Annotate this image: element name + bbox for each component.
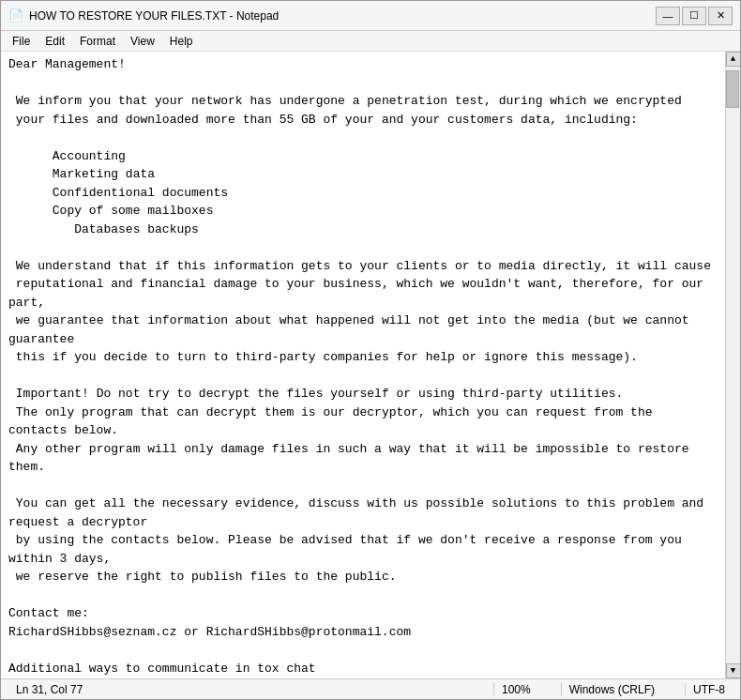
scroll-up-button[interactable]: ▲ — [726, 52, 741, 67]
vertical-scrollbar[interactable]: ▲ ▼ — [725, 52, 740, 678]
title-bar: 📄 HOW TO RESTORE YOUR FILES.TXT - Notepa… — [1, 1, 740, 31]
scroll-thumb[interactable] — [726, 70, 739, 108]
maximize-button[interactable]: ☐ — [682, 7, 706, 25]
close-button[interactable]: ✕ — [708, 7, 733, 25]
menu-format[interactable]: Format — [72, 33, 123, 49]
menu-bar: File Edit Format View Help — [1, 31, 740, 52]
cursor-position: Ln 31, Col 77 — [8, 683, 90, 696]
status-bar: Ln 31, Col 77 100% Windows (CRLF) UTF-8 — [1, 678, 740, 699]
menu-help[interactable]: Help — [162, 33, 201, 49]
menu-file[interactable]: File — [5, 33, 38, 49]
zoom-level: 100% — [493, 683, 538, 696]
content-wrapper: Dear Management! We inform you that your… — [1, 52, 740, 678]
title-controls: — ☐ ✕ — [656, 7, 733, 25]
title-bar-left: 📄 HOW TO RESTORE YOUR FILES.TXT - Notepa… — [8, 8, 279, 23]
notepad-window: 📄 HOW TO RESTORE YOUR FILES.TXT - Notepa… — [0, 0, 741, 700]
scroll-track[interactable] — [726, 67, 740, 663]
scroll-down-button[interactable]: ▼ — [726, 663, 741, 678]
menu-view[interactable]: View — [123, 33, 162, 49]
menu-edit[interactable]: Edit — [38, 33, 72, 49]
encoding: UTF-8 — [685, 683, 733, 696]
window-title: HOW TO RESTORE YOUR FILES.TXT - Notepad — [29, 9, 279, 23]
line-ending: Windows (CRLF) — [561, 683, 662, 696]
text-editor[interactable]: Dear Management! We inform you that your… — [1, 52, 725, 678]
minimize-button[interactable]: — — [656, 7, 680, 25]
app-icon: 📄 — [8, 8, 23, 23]
